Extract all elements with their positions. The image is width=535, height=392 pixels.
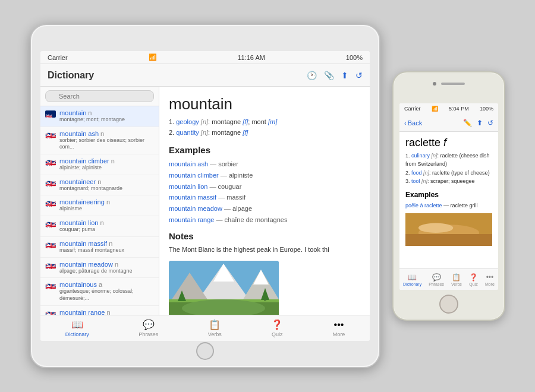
notes-heading: Notes xyxy=(169,231,360,241)
item-text: mountain climber n alpiniste; alpiniste xyxy=(59,157,154,172)
tab-label: Phrases xyxy=(429,282,444,286)
iphone-screen: Carrier 📶 5:04 PM 100% ‹ Back ✏️ ⬆ ↺ xyxy=(399,103,498,290)
item-text: mountaineer n montagnard; montagnarde xyxy=(59,178,154,192)
back-button[interactable]: ‹ Back xyxy=(404,119,422,127)
iphone-food-image xyxy=(405,213,492,246)
item-subtitle: gigantesque; énorme; colossal; démesuré;… xyxy=(59,288,154,302)
item-title: mountain ash n xyxy=(59,130,154,137)
svg-rect-17 xyxy=(405,234,492,246)
mountain-image xyxy=(169,261,279,315)
ipad-device: Carrier 📶 11:16 AM 100% Dictionary 🕐 📎 ⬆… xyxy=(30,24,380,368)
item-subtitle: montagnard; montagnarde xyxy=(59,185,154,192)
list-item[interactable]: 🇬🇧 mountainous a gigantesque; énorme; co… xyxy=(40,278,159,305)
carrier-label: Carrier xyxy=(404,106,421,112)
verbs-icon: 📋 xyxy=(452,273,461,282)
item-title: mountain meadow n xyxy=(59,261,154,268)
main-content: mountain 1. geology [n]: montagne [f]; m… xyxy=(159,87,370,315)
list-item[interactable]: 🇬🇧 mountain ash n sorbier; sorbier des o… xyxy=(40,127,159,154)
paperclip-icon[interactable]: 📎 xyxy=(324,71,334,80)
notes-text: The Mont Blanc is the highest peak in Eu… xyxy=(169,245,360,255)
back-label: Back xyxy=(408,119,422,127)
edit-icon[interactable]: ✏️ xyxy=(463,119,472,127)
ipad-title-bar: Dictionary 🕐 📎 ⬆ ↺ xyxy=(40,64,370,87)
item-subtitle: sorbier; sorbier des oiseaux; sorbier co… xyxy=(59,137,154,151)
tab-phrases[interactable]: 💬 Phrases xyxy=(139,319,158,337)
tab-label: Verbs xyxy=(451,282,462,286)
tab-more[interactable]: ••• More xyxy=(333,320,345,337)
item-text: mountain ash n sorbier; sorbier des oise… xyxy=(59,130,154,151)
flag-uk-icon: 🇬🇧 xyxy=(45,159,56,166)
list-item[interactable]: 🇬🇧 mountain n montagne; mont; montagne xyxy=(40,106,159,127)
flag-uk-icon: 🇬🇧 xyxy=(45,179,56,186)
item-subtitle: alpiniste; alpiniste xyxy=(59,165,154,172)
share-icon[interactable]: ⬆ xyxy=(477,119,483,127)
iphone-tab-more[interactable]: ••• More xyxy=(485,273,495,286)
item-subtitle: montagne; mont; montagne xyxy=(59,116,154,124)
tab-label: Dictionary xyxy=(65,331,89,337)
tab-label: Quiz xyxy=(272,331,283,337)
flag-uk-icon: 🇬🇧 xyxy=(45,282,56,289)
search-input[interactable] xyxy=(45,90,154,102)
carrier-label: Carrier xyxy=(48,54,68,61)
list-item[interactable]: 🇬🇧 mountain massif n massif; massif mont… xyxy=(40,237,159,258)
flag-uk-icon: 🇬🇧 xyxy=(45,200,56,207)
example-item: mountain massif — massif xyxy=(169,192,360,203)
item-text: mountain range n chaîne de montagnes; ma… xyxy=(59,309,154,315)
flag-uk-icon: 🇬🇧 xyxy=(45,110,56,118)
list-item[interactable]: 🇬🇧 mountaineer n montagnard; montagnarde xyxy=(40,175,159,196)
flag-uk-icon: 🇬🇧 xyxy=(45,262,56,269)
flag-uk-icon: 🇬🇧 xyxy=(45,220,56,227)
item-title: mountain climber n xyxy=(59,157,154,165)
item-title: mountain range n xyxy=(59,309,154,315)
tab-verbs[interactable]: 📋 Verbs xyxy=(208,319,222,337)
sidebar: 🔍 🇬🇧 mountain n montagne; mont; montagne xyxy=(40,87,159,315)
iphone-tab-verbs[interactable]: 📋 Verbs xyxy=(451,273,462,286)
list-item[interactable]: 🇬🇧 mountain lion n couguar; puma xyxy=(40,216,159,237)
refresh-icon[interactable]: ↺ xyxy=(355,71,363,80)
list-item[interactable]: 🇬🇧 mountain climber n alpiniste; alpinis… xyxy=(40,154,159,175)
list-item[interactable]: 🇬🇧 mountain meadow n alpage; pâturage de… xyxy=(40,258,159,279)
iphone-tab-dictionary[interactable]: 📖 Dictionary xyxy=(403,273,421,286)
battery-label: 100% xyxy=(346,54,363,61)
item-title: mountainous a xyxy=(59,281,154,288)
iphone-home-button[interactable] xyxy=(439,295,458,314)
iphone-device: Carrier 📶 5:04 PM 100% ‹ Back ✏️ ⬆ ↺ xyxy=(392,71,505,321)
iphone-nav-bar: ‹ Back ✏️ ⬆ ↺ xyxy=(399,114,498,132)
wifi-icon: 📶 xyxy=(149,53,157,61)
phrases-icon: 💬 xyxy=(432,273,441,282)
example-item: mountain ash — sorbier xyxy=(169,159,360,170)
list-item[interactable]: 🇬🇧 mountain range n chaîne de montagnes;… xyxy=(40,306,159,315)
iphone-tab-phrases[interactable]: 💬 Phrases xyxy=(429,273,444,286)
definition-item: 1. geology [n]: montagne [f]; mont [m] xyxy=(169,117,360,128)
iphone-tab-quiz[interactable]: ❓ Quiz xyxy=(469,273,478,286)
bookmark-icon[interactable]: ↺ xyxy=(487,119,493,127)
phrases-icon: 💬 xyxy=(143,319,155,330)
share-icon[interactable]: ⬆ xyxy=(341,71,348,80)
iphone-def-item: 3. tool [n]: scraper; squeegee xyxy=(405,177,492,185)
flag-uk-icon: 🇬🇧 xyxy=(45,310,56,315)
ipad-home-button[interactable] xyxy=(196,342,214,360)
list-item[interactable]: 🇬🇧 mountaineering n alpinisme xyxy=(40,195,159,216)
nav-icons: ✏️ ⬆ ↺ xyxy=(463,119,493,127)
entry-title: mountain xyxy=(169,95,360,113)
item-subtitle: couguar; puma xyxy=(59,226,154,233)
tab-label: Dictionary xyxy=(403,282,421,286)
dictionary-icon: 📖 xyxy=(408,273,417,282)
time-label: 5:04 PM xyxy=(449,106,469,112)
iphone-def-item: 2. food [n]: raclette (type of cheese) xyxy=(405,169,492,177)
item-subtitle: massif; massif montagneux xyxy=(59,247,154,254)
item-text: mountain meadow n alpage; pâturage de mo… xyxy=(59,261,154,275)
tab-label: Verbs xyxy=(208,331,222,337)
item-text: mountain lion n couguar; puma xyxy=(59,219,154,233)
history-icon[interactable]: 🕐 xyxy=(307,71,317,80)
item-text: mountainous a gigantesque; énorme; colos… xyxy=(59,281,154,302)
dictionary-icon: 📖 xyxy=(71,319,83,330)
tab-label: Phrases xyxy=(139,331,158,337)
flag-uk-icon: 🇬🇧 xyxy=(45,241,56,248)
tab-quiz[interactable]: ❓ Quiz xyxy=(271,319,283,337)
flag-uk-icon: 🇬🇧 xyxy=(45,131,56,138)
item-title: mountaineering n xyxy=(59,198,154,206)
example-item: mountain meadow — alpage xyxy=(169,203,360,214)
tab-dictionary[interactable]: 📖 Dictionary xyxy=(65,319,89,337)
verbs-icon: 📋 xyxy=(209,319,221,330)
